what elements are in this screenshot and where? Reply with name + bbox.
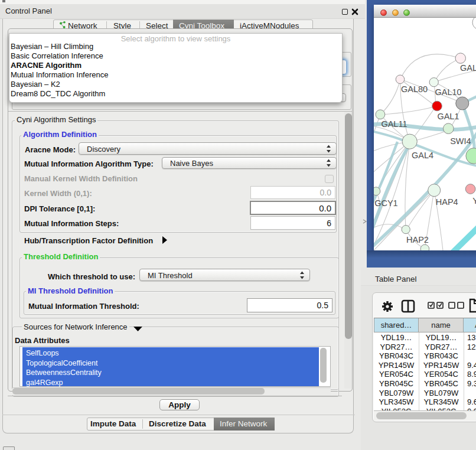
svg-text:SWI4: SWI4 bbox=[450, 136, 471, 146]
svg-text:HAP4: HAP4 bbox=[436, 197, 458, 207]
svg-text:GAL7: GAL7 bbox=[460, 63, 476, 73]
svg-text:HAP2: HAP2 bbox=[406, 235, 429, 244]
svg-text:GAL4: GAL4 bbox=[412, 151, 433, 160]
svg-text:GAL10: GAL10 bbox=[435, 87, 462, 97]
svg-text:GAL11: GAL11 bbox=[381, 119, 407, 129]
svg-text:Y: Y bbox=[472, 196, 476, 206]
svg-text:GAL1: GAL1 bbox=[437, 112, 459, 121]
svg-text:GCY1: GCY1 bbox=[374, 198, 398, 208]
svg-text:GAL80: GAL80 bbox=[401, 84, 428, 94]
